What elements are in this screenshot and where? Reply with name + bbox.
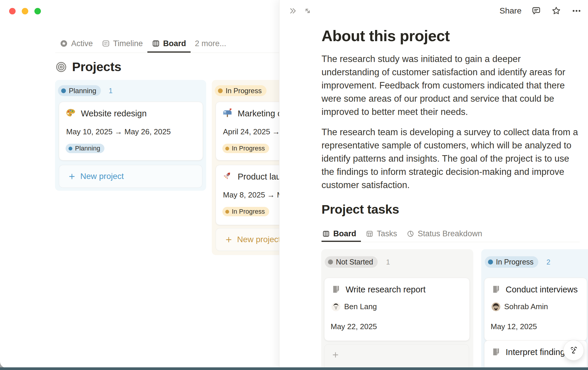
- card-title: Product lau: [238, 172, 281, 182]
- notion-window: Active Timeline Board 2 more... Projects: [0, 0, 588, 370]
- zoom-window-button[interactable]: [34, 8, 41, 14]
- column-count: 1: [109, 87, 112, 95]
- status-pill-in-progress[interactable]: In Progress: [215, 85, 266, 96]
- close-window-button[interactable]: [9, 8, 16, 14]
- avatar-sohrab-amin: [492, 302, 500, 311]
- card-date-range: May 10, 2025 → May 26, 2025: [66, 127, 171, 136]
- plus-icon: [332, 351, 339, 359]
- status-dot: [488, 259, 493, 264]
- card-date-range: May 8, 2025 → Ma: [223, 190, 288, 200]
- share-button[interactable]: Share: [499, 6, 522, 16]
- tab-label: Timeline: [113, 39, 143, 48]
- card-status-tag: In Progress: [222, 207, 269, 216]
- page-title: Projects: [72, 60, 121, 74]
- column-header: Not Started 1: [325, 256, 390, 268]
- status-dot: [218, 88, 223, 93]
- project-tasks-heading: Project tasks: [322, 202, 580, 217]
- card-title: Website redesign: [81, 109, 147, 118]
- table-icon: [366, 230, 374, 238]
- notion-ai-button[interactable]: [563, 340, 584, 361]
- more-options-icon[interactable]: [571, 5, 582, 16]
- board-icon: [322, 230, 330, 238]
- task-column-not-started: Not Started 1 Write research report: [321, 249, 473, 370]
- card-date-range: April 24, 2025 → M: [223, 127, 289, 136]
- tab-status-breakdown[interactable]: Status Breakdown: [402, 225, 487, 242]
- timeline-icon: [102, 39, 110, 48]
- status-dot: [225, 210, 229, 214]
- tab-label: Active: [71, 39, 93, 48]
- status-dot: [328, 259, 333, 264]
- avatar-ben-lang: [332, 302, 340, 311]
- rocket-emoji-icon: [222, 171, 232, 182]
- comments-icon[interactable]: [531, 6, 542, 16]
- window-rounded-corner: [0, 353, 14, 368]
- task-title: Conduct interviews: [506, 285, 578, 294]
- mailbox-emoji-icon: [222, 108, 232, 119]
- card-status-tag: Planning: [66, 144, 104, 153]
- assignee-name: Ben Lang: [344, 302, 377, 311]
- task-note-icon: [332, 284, 341, 295]
- tab-label: Board: [163, 39, 186, 48]
- tab-board[interactable]: Board: [147, 34, 191, 53]
- plus-icon: [225, 236, 233, 244]
- task-card-conduct-interviews[interactable]: Conduct interviews Sohrab Amin May 12, 2…: [484, 278, 587, 341]
- status-pill-not-started[interactable]: Not Started: [325, 256, 378, 268]
- close-peek-icon[interactable]: [288, 6, 298, 16]
- tab-more-views[interactable]: 2 more...: [191, 34, 231, 53]
- peek-content: About this project The research study wa…: [322, 27, 580, 361]
- target-icon: [55, 61, 67, 73]
- about-paragraph-2: The research team is developing a survey…: [322, 125, 580, 192]
- task-view-tabs: Board Tasks Status Breakdown: [322, 225, 580, 242]
- task-note-icon: [492, 284, 501, 295]
- page-header: Projects: [55, 60, 121, 74]
- star-circle-icon: [60, 39, 68, 48]
- project-card-website-redesign[interactable]: Website redesign May 10, 2025 → May 26, …: [59, 102, 203, 160]
- task-title: Write research report: [346, 285, 426, 294]
- card-status-tag: In Progress: [222, 144, 269, 153]
- favorite-star-icon[interactable]: [551, 6, 562, 16]
- status-pill-planning[interactable]: Planning: [58, 85, 101, 96]
- task-note-icon: [492, 347, 501, 357]
- pie-chart-icon: [407, 230, 414, 238]
- view-tabs-row: Active Timeline Board 2 more...: [55, 34, 279, 53]
- column-count: 1: [386, 258, 390, 266]
- tab-label: 2 more...: [195, 39, 226, 48]
- task-card-write-research-report[interactable]: Write research report Ben Lang May 22, 2…: [324, 278, 470, 341]
- plus-icon: [68, 173, 76, 180]
- ai-face-icon: [568, 344, 579, 356]
- palette-emoji-icon: [66, 108, 76, 119]
- task-date: May 12, 2025: [491, 322, 537, 331]
- column-header: In Progress: [215, 85, 266, 96]
- new-task-button[interactable]: [324, 344, 469, 370]
- minimize-window-button[interactable]: [22, 8, 28, 14]
- board-column-planning: Planning 1 Website redesign May 10, 2025…: [55, 80, 206, 191]
- card-title: Marketing c: [238, 109, 282, 118]
- assignee-name: Sohrab Amin: [504, 302, 548, 311]
- expand-page-icon[interactable]: [303, 6, 312, 16]
- tab-task-table[interactable]: Tasks: [361, 225, 402, 242]
- status-dot: [225, 147, 229, 150]
- screen-bottom-edge: [0, 367, 588, 370]
- board-icon: [152, 39, 160, 48]
- task-board: Not Started 1 Write research report: [322, 249, 580, 361]
- new-project-button[interactable]: New project: [59, 165, 202, 188]
- status-dot: [69, 147, 72, 150]
- about-paragraph-1: The research study was initiated to gain…: [322, 52, 580, 118]
- status-pill-in-progress[interactable]: In Progress: [485, 256, 538, 268]
- side-peek-panel: Share About this project The research st…: [279, 0, 588, 370]
- task-title: Interpret findings: [506, 347, 569, 357]
- about-heading: About this project: [322, 27, 580, 45]
- peek-toolbar-right: Share: [499, 5, 582, 16]
- task-date: May 22, 2025: [331, 322, 377, 331]
- tab-active[interactable]: Active: [55, 34, 97, 53]
- tab-task-board[interactable]: Board: [322, 225, 361, 242]
- peek-toolbar-left: [288, 6, 312, 16]
- status-dot: [61, 88, 66, 93]
- column-header: Planning 1: [58, 85, 113, 96]
- tab-timeline[interactable]: Timeline: [97, 34, 147, 53]
- column-header: In Progress 2: [485, 256, 550, 268]
- column-count: 2: [547, 258, 550, 266]
